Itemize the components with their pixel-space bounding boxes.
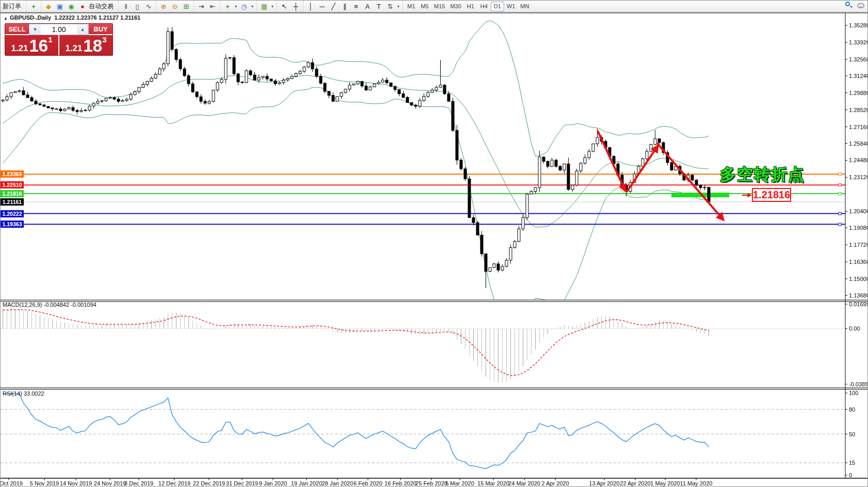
rsi-indicator-label: RSI(14) 33.0022 xyxy=(3,390,44,397)
date-axis-tick: 24 Nov 2019 xyxy=(94,480,126,486)
date-axis-tick: 2 Apr 2020 xyxy=(541,480,569,486)
price-tag: 1.21161 xyxy=(1,198,24,206)
price-axis-tick: 1.16360 xyxy=(849,259,868,265)
price-axis-tick: 1.17720 xyxy=(849,242,868,248)
price-axis-tick: 1.35280 xyxy=(849,22,868,28)
macd-axis-tick: 0.00 xyxy=(849,325,860,332)
price-axis-tick: 1.33920 xyxy=(849,39,868,45)
date-axis-tick: 24 Mar 2020 xyxy=(508,480,540,486)
price-axis-tick: 1.25840 xyxy=(849,140,868,147)
price-axis-tick: 1.15000 xyxy=(849,276,868,282)
rsi-axis-tick: 50 xyxy=(849,431,855,437)
level-price-callout[interactable]: 1.21816 xyxy=(752,188,791,202)
date-axis-tick: 28 Jan 2020 xyxy=(322,480,353,486)
date-axis-tick: 14 Nov 2019 xyxy=(60,480,92,486)
date-axis-tick: 5 Mar 2020 xyxy=(445,480,474,486)
date-axis-tick: 12 Dec 2019 xyxy=(158,480,190,486)
mt4-window: 新订单 +◆▣◉●自动交易‖▯∿⊕⊖⊞⇥⇤+▾◷▾▦▾↖┼│─╱∥≡AT⇅▾M1… xyxy=(0,0,868,487)
date-axis-tick: 22 Apr 2020 xyxy=(620,480,650,486)
price-axis-tick: 1.19080 xyxy=(849,225,868,231)
bull-bear-turning-point-annotation[interactable]: 多空转折点 xyxy=(720,164,805,185)
date-axis-tick: 6 Feb 2020 xyxy=(353,480,382,486)
rsi-axis-tick: 0 xyxy=(849,472,852,478)
price-axis-tick: 1.20400 xyxy=(849,208,868,214)
date-axis-tick: 15 Mar 2020 xyxy=(477,480,509,486)
date-axis-tick: 16 Feb 2020 xyxy=(384,480,416,486)
price-axis-tick: 1.31240 xyxy=(849,73,868,79)
price-tag: 1.22510 xyxy=(1,181,24,188)
price-tag: 1.21816 xyxy=(1,190,24,197)
date-axis-tick: 19 Jan 2020 xyxy=(291,480,323,486)
date-axis-tick: 5 Nov 2019 xyxy=(30,480,59,486)
date-axis-tick: 31 Dec 2019 xyxy=(226,480,258,486)
date-axis-tick: 7 Oct 2019 xyxy=(0,480,23,486)
price-axis-tick: 1.27160 xyxy=(849,124,868,130)
price-axis-tick: 1.29880 xyxy=(849,90,868,96)
price-tag: 1.20222 xyxy=(1,210,24,217)
date-axis-tick: 9 Jan 2020 xyxy=(259,480,287,486)
price-axis-tick: 1.32560 xyxy=(849,56,868,62)
macd-axis-tick: 0.016994 xyxy=(849,301,868,307)
macd-indicator-label: MACD(12,26,9) -0.004842 -0.001094 xyxy=(3,302,97,308)
rsi-axis-tick: 100 xyxy=(849,390,858,396)
rsi-axis-tick: 15 xyxy=(849,460,855,466)
date-axis-tick: 25 Feb 2020 xyxy=(415,480,447,486)
rsi-axis-tick: 80 xyxy=(849,406,855,413)
price-axis-tick: 1.28520 xyxy=(849,107,868,113)
price-axis-tick: 1.24480 xyxy=(849,157,868,163)
date-axis-tick: 13 Apr 2020 xyxy=(589,480,619,486)
date-axis-tick: 22 Dec 2019 xyxy=(193,480,225,486)
price-chart xyxy=(1,1,868,487)
price-tag: 1.23369 xyxy=(1,170,24,178)
price-axis-tick: 1.13680 xyxy=(849,292,868,299)
price-tag: 1.19363 xyxy=(1,221,24,228)
date-axis-tick: 11 May 2020 xyxy=(680,480,713,486)
macd-axis-tick: -0.038519 xyxy=(849,381,868,387)
price-axis-tick: 1.23120 xyxy=(849,174,868,180)
date-axis-tick: 1 May 2020 xyxy=(650,480,680,486)
date-axis-tick: 3 Dec 2019 xyxy=(124,480,153,486)
